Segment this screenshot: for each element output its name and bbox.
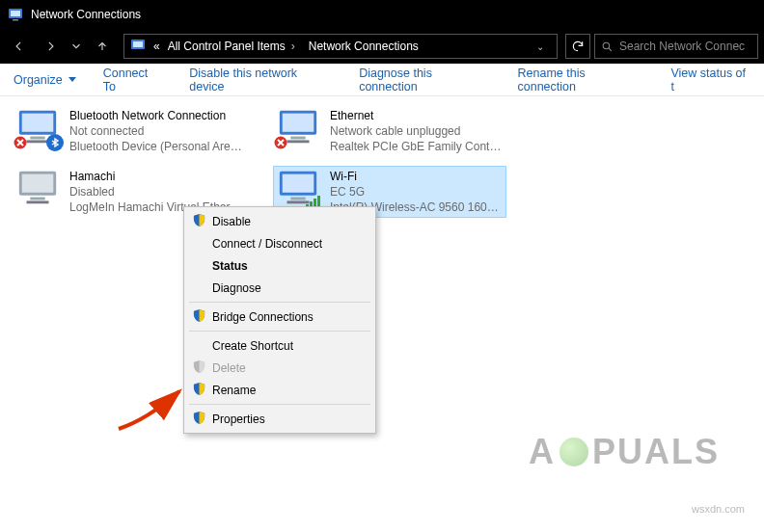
svg-rect-14 bbox=[290, 137, 305, 140]
menu-rename[interactable]: Rename bbox=[187, 379, 372, 401]
menu-create-shortcut[interactable]: Create Shortcut bbox=[187, 334, 372, 357]
view-status-button[interactable]: View status of t bbox=[670, 66, 750, 93]
title-bar: Network Connections bbox=[0, 0, 764, 29]
back-button[interactable] bbox=[6, 33, 33, 60]
menu-status[interactable]: Status bbox=[187, 254, 372, 277]
search-input[interactable]: Search Network Connec bbox=[594, 34, 758, 59]
shield-icon bbox=[192, 308, 206, 326]
menu-properties[interactable]: Properties bbox=[187, 408, 372, 430]
adapter-name: Ethernet bbox=[330, 108, 504, 123]
menu-disable[interactable]: Disable bbox=[187, 210, 372, 232]
address-bar[interactable]: « All Control Panel Items Network Connec… bbox=[123, 34, 558, 59]
adapter-icon bbox=[276, 169, 320, 211]
adapter-device: Realtek PCIe GbE Family Controller bbox=[330, 139, 504, 154]
recent-locations-button[interactable] bbox=[68, 33, 85, 60]
adapter-status: Disabled bbox=[69, 184, 243, 200]
adapter-status: EC 5G bbox=[330, 184, 504, 200]
svg-rect-7 bbox=[22, 114, 54, 132]
adapter-name: Bluetooth Network Connection bbox=[69, 108, 243, 123]
rename-connection-button[interactable]: Rename this connection bbox=[518, 66, 644, 93]
svg-rect-19 bbox=[30, 197, 44, 200]
menu-connect-disconnect[interactable]: Connect / Disconnect bbox=[187, 232, 372, 254]
svg-rect-2 bbox=[13, 19, 18, 21]
svg-rect-23 bbox=[290, 197, 305, 200]
breadcrumb-item[interactable]: All Control Panel Items bbox=[168, 40, 301, 53]
adapter-icon bbox=[276, 108, 320, 150]
svg-rect-15 bbox=[287, 140, 310, 143]
breadcrumb-prefix: « bbox=[153, 40, 160, 53]
menu-separator bbox=[189, 404, 370, 405]
search-placeholder: Search Network Connec bbox=[619, 40, 745, 53]
svg-rect-8 bbox=[30, 137, 44, 140]
adapter-icon bbox=[15, 108, 60, 150]
up-button[interactable] bbox=[89, 33, 116, 60]
shield-icon bbox=[192, 213, 206, 230]
control-panel-icon bbox=[130, 38, 146, 56]
adapter-bluetooth[interactable]: Bluetooth Network Connection Not connect… bbox=[14, 106, 245, 157]
nav-bar: « All Control Panel Items Network Connec… bbox=[0, 29, 764, 64]
command-bar: Organize Connect To Disable this network… bbox=[0, 64, 764, 96]
svg-point-5 bbox=[603, 42, 610, 49]
adapter-status: Network cable unplugged bbox=[330, 123, 504, 139]
breadcrumb-item[interactable]: Network Connections bbox=[309, 40, 419, 53]
svg-rect-4 bbox=[133, 41, 143, 47]
adapter-ethernet[interactable]: Ethernet Network cable unplugged Realtek… bbox=[274, 106, 505, 157]
disable-device-button[interactable]: Disable this network device bbox=[189, 66, 332, 93]
organize-menu[interactable]: Organize bbox=[14, 73, 76, 87]
adapter-icon bbox=[15, 169, 60, 211]
menu-bridge-connections[interactable]: Bridge Connections bbox=[187, 306, 372, 328]
svg-rect-22 bbox=[283, 173, 314, 192]
menu-delete: Delete bbox=[187, 357, 372, 379]
disconnected-overlay-icon bbox=[274, 136, 287, 152]
adapter-name: Wi-Fi bbox=[330, 169, 504, 184]
menu-separator bbox=[189, 302, 370, 303]
adapter-name: Hamachi bbox=[69, 169, 243, 184]
refresh-button[interactable] bbox=[565, 34, 590, 59]
svg-rect-20 bbox=[27, 200, 49, 203]
forward-button[interactable] bbox=[37, 33, 64, 60]
adapter-status: Not connected bbox=[69, 123, 243, 139]
watermark-domain: wsxdn.com bbox=[692, 503, 745, 515]
address-dropdown[interactable]: ⌄ bbox=[530, 41, 551, 52]
shield-icon bbox=[192, 382, 206, 399]
svg-rect-18 bbox=[22, 173, 54, 192]
menu-separator bbox=[189, 331, 370, 332]
disconnected-overlay-icon bbox=[14, 136, 27, 152]
menu-diagnose[interactable]: Diagnose bbox=[187, 277, 372, 299]
connect-to-button[interactable]: Connect To bbox=[103, 66, 163, 93]
context-menu: Disable Connect / Disconnect Status Diag… bbox=[183, 206, 376, 434]
shield-icon bbox=[192, 411, 206, 428]
shield-icon bbox=[192, 359, 206, 377]
window-title: Network Connections bbox=[31, 8, 141, 21]
watermark-brand: A PUALS bbox=[529, 432, 720, 472]
svg-rect-1 bbox=[11, 11, 20, 16]
brand-ball-icon bbox=[559, 438, 588, 466]
svg-rect-13 bbox=[283, 114, 314, 132]
diagnose-connection-button[interactable]: Diagnose this connection bbox=[359, 66, 490, 93]
adapter-device: Bluetooth Device (Personal Area ... bbox=[69, 139, 243, 154]
bluetooth-icon bbox=[46, 134, 64, 154]
control-panel-icon bbox=[8, 7, 23, 22]
